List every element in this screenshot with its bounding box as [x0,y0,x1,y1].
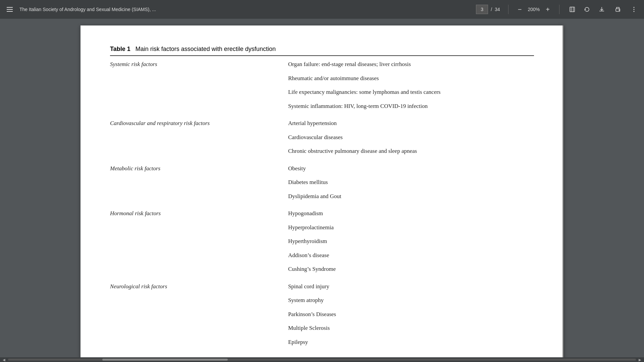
category-cell [110,99,288,113]
scrollbar-thumb[interactable] [102,359,228,361]
value-cell: Rheumatic and/or autoimmune diseases [288,71,534,85]
table-row: Hyperthyroidism [110,234,534,248]
table-row: Metabolic risk factorsObesity [110,158,534,176]
more-options-button[interactable] [629,5,639,14]
category-cell [110,221,288,235]
table-row: Diabetes mellitus [110,175,534,189]
main-content: Table 1 Main risk factors associated wit… [0,19,644,357]
svg-rect-0 [570,7,575,12]
risk-factors-table: Systemic risk factorsOrgan failure: end-… [110,56,534,349]
category-cell: Hormonal risk factors [110,203,288,221]
table-row: Cardiovascular and respiratory risk fact… [110,113,534,130]
category-cell [110,234,288,248]
table-heading: Table 1 Main risk factors associated wit… [110,46,534,53]
category-cell [110,85,288,99]
table-row: Cushing’s Syndrome [110,262,534,276]
document-title: The Italian Society of Andrology and Sex… [19,7,471,12]
category-cell [110,262,288,276]
value-cell: Life expectancy malignancies: some lymph… [288,85,534,99]
value-cell: Hyperprolactinemia [288,221,534,235]
value-cell: Epilepsy [288,335,534,349]
page-separator: / [491,7,492,12]
print-button[interactable] [613,5,623,14]
table-row: Addison’s disease [110,248,534,262]
table-row: Dyslipidemia and Gout [110,189,534,203]
value-cell: Hyperthyroidism [288,234,534,248]
page-right-edge [562,25,564,357]
table-row: Epilepsy [110,335,534,349]
value-cell: Addison’s disease [288,248,534,262]
value-cell: Parkinson’s Diseases [288,307,534,321]
category-cell: Cardiovascular and respiratory risk fact… [110,113,288,130]
page-total: 34 [495,7,500,12]
category-cell [110,144,288,158]
table-row: Systemic risk factorsOrgan failure: end-… [110,56,534,71]
value-cell: Chronic obstructive pulmonary disease an… [288,144,534,158]
category-cell [110,307,288,321]
value-cell: Systemic inflammation: HIV, long-term CO… [288,99,534,113]
category-cell [110,71,288,85]
value-cell: Obesity [288,158,534,176]
table-row: System atrophy [110,293,534,307]
category-cell [110,130,288,144]
value-cell: Spinal cord injury [288,276,534,294]
page-controls: / 34 [476,5,500,14]
category-cell [110,175,288,189]
category-cell [110,321,288,335]
table-row: Neurological risk factorsSpinal cord inj… [110,276,534,294]
toolbar-divider-2 [559,5,559,14]
download-button[interactable] [597,5,606,14]
svg-point-4 [634,9,635,10]
zoom-in-button[interactable]: + [544,6,551,13]
zoom-controls: − 200% + [517,6,551,13]
value-cell: Dyslipidemia and Gout [288,189,534,203]
category-cell: Metabolic risk factors [110,158,288,176]
table-label: Table 1 [110,46,130,52]
table-row: Systemic inflammation: HIV, long-term CO… [110,99,534,113]
table-title-text: Main risk factors associated with erecti… [132,46,276,52]
table-row: Cardiovascular diseases [110,130,534,144]
value-cell: Diabetes mellitus [288,175,534,189]
toolbar: The Italian Society of Andrology and Sex… [0,0,644,19]
page-number-input[interactable] [476,5,488,14]
table-row: Hormonal risk factorsHypogonadism [110,203,534,221]
table-row: Parkinson’s Diseases [110,307,534,321]
scroll-left-button[interactable]: ◀ [1,358,7,362]
menu-icon[interactable] [5,6,14,13]
horizontal-scrollbar[interactable]: ◀ ▶ [0,357,644,362]
table-row: Rheumatic and/or autoimmune diseases [110,71,534,85]
table-row: Multiple Sclerosis [110,321,534,335]
scrollbar-track[interactable] [8,359,636,361]
zoom-out-button[interactable]: − [517,6,523,13]
value-cell: Multiple Sclerosis [288,321,534,335]
scroll-right-button[interactable]: ▶ [637,358,643,362]
category-cell: Systemic risk factors [110,56,288,71]
value-cell: Organ failure: end-stage renal diseases;… [288,56,534,71]
value-cell: Arterial hypertension [288,113,534,130]
category-cell [110,248,288,262]
table-row: Chronic obstructive pulmonary disease an… [110,144,534,158]
table-row: Hyperprolactinemia [110,221,534,235]
svg-point-2 [619,10,620,10]
value-cell: Hypogonadism [288,203,534,221]
value-cell: System atrophy [288,293,534,307]
category-cell [110,335,288,349]
toolbar-divider-1 [508,5,508,14]
svg-point-5 [634,11,635,12]
pdf-page: Table 1 Main risk factors associated wit… [80,25,564,357]
category-cell [110,293,288,307]
category-cell: Neurological risk factors [110,276,288,294]
value-cell: Cardiovascular diseases [288,130,534,144]
value-cell: Cushing’s Syndrome [288,262,534,276]
category-cell [110,189,288,203]
rotate-button[interactable] [582,5,592,14]
svg-point-3 [634,7,635,8]
zoom-value: 200% [526,7,542,12]
table-row: Life expectancy malignancies: some lymph… [110,85,534,99]
toolbar-right-actions [597,5,639,14]
fit-page-button[interactable] [568,5,577,14]
